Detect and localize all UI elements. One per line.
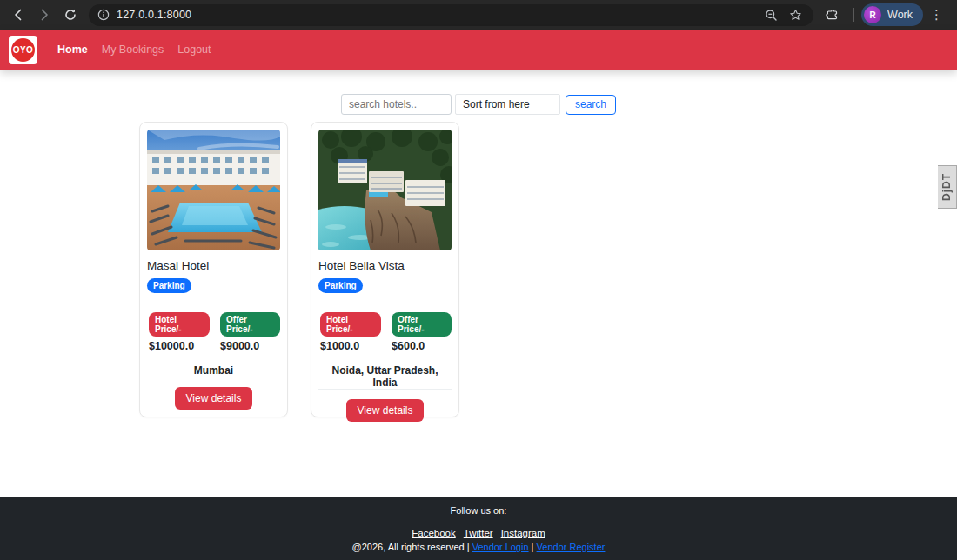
extensions-icon[interactable] [820,3,843,26]
offer-price-value: $9000.0 [220,340,259,352]
footer: Follow us on: Facebook Twitter Instagram… [0,497,957,560]
oyo-logo[interactable]: OYO [9,36,37,64]
avatar: R [864,6,881,23]
offer-price-badge: Offer Price/- [220,312,280,337]
hotel-name: Hotel Bella Vista [318,259,452,272]
hotel-location: Noida, Uttar Pradesh, India [318,364,452,389]
zoom-icon[interactable] [761,5,780,24]
profile-chip[interactable]: R Work [861,3,923,26]
facebook-link[interactable]: Facebook [412,528,456,538]
main-content: Sort from here search [0,70,957,497]
forward-icon[interactable] [33,3,56,26]
copyright-text: @2026, All rights reserved | [352,542,472,552]
search-button[interactable]: search [566,95,616,115]
hotel-price-value: $10000.0 [149,340,194,352]
hotel-card-bella-vista: Hotel Bella Vista Parking Hotel Price/- … [311,122,459,417]
oyo-logo-text: OYO [11,38,35,62]
offer-price-value: $600.0 [392,340,425,352]
nav-links: Home My Bookings Logout [51,37,218,63]
bookmark-star-icon[interactable] [786,5,805,24]
follow-us-text: Follow us on: [451,505,507,516]
hotel-image-pool [147,130,280,250]
search-input[interactable] [341,94,452,115]
search-bar: Sort from here search [0,70,957,115]
back-icon[interactable] [7,3,30,26]
amenity-badge: Parking [318,278,363,293]
hotel-name: Masai Hotel [147,259,280,272]
social-links: Facebook Twitter Instagram [412,528,545,538]
browser-toolbar: 127.0.0.1:8000 R Work ⋮ [0,0,957,30]
instagram-link[interactable]: Instagram [501,528,545,538]
toolbar-divider [853,8,854,22]
url-text: 127.0.0.1:8000 [117,9,191,21]
vendor-register-link[interactable]: Vendor Register [537,542,606,552]
vendor-login-link[interactable]: Vendor Login [472,542,529,552]
copyright-separator: | [529,542,537,552]
price-row: Hotel Price/- $10000.0 Offer Price/- $90… [147,312,280,352]
hotel-image-cliff-resort [318,130,452,250]
view-details-button[interactable]: View details [175,387,253,410]
django-debug-toolbar-handle[interactable]: DjDT [938,165,957,209]
copyright-line: @2026, All rights reserved | Vendor Logi… [352,542,606,552]
nav-link-my-bookings[interactable]: My Bookings [96,37,171,63]
offer-price-badge: Offer Price/- [392,312,452,337]
nav-link-logout[interactable]: Logout [171,37,217,63]
hotel-card-masai: Masai Hotel Parking Hotel Price/- $10000… [139,122,288,417]
browser-actions: R Work ⋮ [820,3,950,26]
reload-icon[interactable] [59,3,82,26]
site-info-icon[interactable] [97,9,110,21]
hotel-price-badge: Hotel Price/- [149,312,210,337]
amenity-badge: Parking [147,278,191,293]
hotel-price-value: $1000.0 [320,340,359,352]
view-details-button[interactable]: View details [346,399,425,422]
sort-select[interactable]: Sort from here [455,94,560,115]
profile-name: Work [887,9,913,21]
hotel-price-badge: Hotel Price/- [320,312,381,337]
menu-kebab-icon[interactable]: ⋮ [923,7,950,23]
twitter-link[interactable]: Twitter [464,528,493,538]
address-bar[interactable]: 127.0.0.1:8000 [89,4,813,26]
nav-link-home[interactable]: Home [51,37,94,63]
hotel-cards: Masai Hotel Parking Hotel Price/- $10000… [0,115,957,417]
price-row: Hotel Price/- $1000.0 Offer Price/- $600… [318,312,452,352]
site-navbar: OYO Home My Bookings Logout [0,30,957,70]
hotel-location: Mumbai [147,364,280,377]
